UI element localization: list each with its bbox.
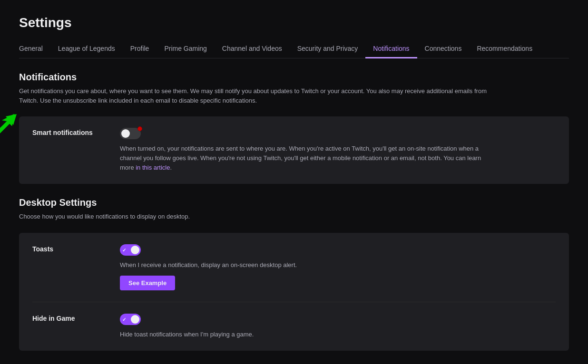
hide-in-game-slider — [120, 314, 141, 325]
tab-security-and-privacy[interactable]: Security and Privacy — [290, 40, 366, 58]
desktop-settings-description: Choose how you would like notifications … — [19, 212, 495, 221]
smart-notifications-label: Smart notifications — [32, 128, 108, 136]
smart-notifications-row: Smart notifications When turned on, your — [32, 128, 556, 172]
notifications-section-title: Notifications — [19, 72, 569, 83]
hide-in-game-description: Hide toast notifications when I'm playin… — [120, 330, 481, 339]
tab-notifications[interactable]: Notifications — [365, 40, 417, 58]
tab-recommendations[interactable]: Recommendations — [469, 40, 540, 58]
hide-in-game-toggle-row: ✓ — [120, 314, 556, 325]
green-arrow-annotation — [0, 112, 24, 150]
desktop-settings-card: Toasts ✓ When I receive a notification, — [19, 233, 569, 351]
toasts-row: Toasts ✓ When I receive a notification, — [32, 244, 556, 290]
smart-notifications-content: When turned on, your notifications are s… — [120, 128, 556, 172]
hide-in-game-toggle-wrapper: ✓ — [120, 314, 141, 325]
desktop-settings-section: Desktop Settings Choose how you would li… — [19, 197, 569, 351]
svg-marker-0 — [0, 114, 14, 146]
page-title: Settings — [19, 15, 569, 30]
toasts-toggle-wrapper: ✓ — [120, 244, 141, 256]
toasts-toggle[interactable] — [120, 244, 141, 256]
smart-toggle-wrapper — [120, 128, 141, 139]
hide-in-game-toggle[interactable] — [120, 314, 141, 325]
notifications-section-description: Get notifications you care about, where … — [19, 86, 495, 105]
desktop-settings-title: Desktop Settings — [19, 197, 569, 208]
see-example-button[interactable]: See Example — [120, 276, 175, 290]
in-this-article-link[interactable]: in this article — [136, 164, 170, 171]
smart-notifications-card: Smart notifications When turned on, your — [19, 116, 569, 184]
svg-marker-2 — [6, 114, 17, 125]
tab-general[interactable]: General — [19, 40, 50, 58]
toasts-description: When I receive a notification, display a… — [120, 260, 481, 270]
tab-connections[interactable]: Connections — [417, 40, 470, 58]
toasts-toggle-slider — [120, 244, 141, 256]
toasts-toggle-row: ✓ — [120, 244, 556, 256]
smart-notifications-toggle-row — [120, 128, 556, 139]
hide-in-game-label: Hide in Game — [32, 314, 108, 322]
nav-tabs: General League of Legends Profile Prime … — [19, 40, 569, 58]
hide-in-game-row: Hide in Game ✓ Hide toast notifications … — [32, 302, 556, 339]
toasts-content: ✓ When I receive a notification, display… — [120, 244, 556, 290]
smart-notifications-description: When turned on, your notifications are s… — [120, 144, 481, 172]
tab-league-of-legends[interactable]: League of Legends — [50, 40, 123, 58]
tab-prime-gaming[interactable]: Prime Gaming — [157, 40, 214, 58]
toasts-label: Toasts — [32, 244, 108, 253]
red-dot-annotation — [137, 126, 142, 131]
tab-channel-and-videos[interactable]: Channel and Videos — [215, 40, 290, 58]
svg-line-1 — [0, 121, 10, 143]
page-container: Settings General League of Legends Profi… — [0, 0, 588, 364]
tab-profile[interactable]: Profile — [123, 40, 157, 58]
hide-in-game-content: ✓ Hide toast notifications when I'm play… — [120, 314, 556, 339]
